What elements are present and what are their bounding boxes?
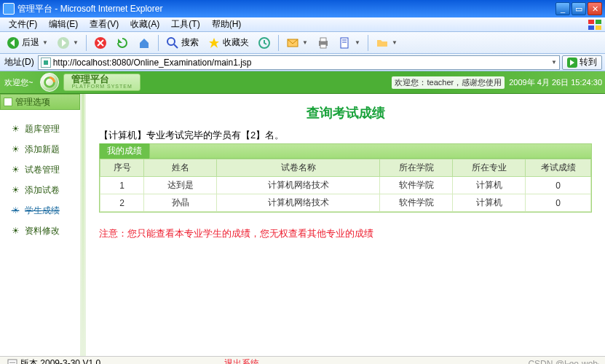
brand-title: 管理平台 — [71, 75, 132, 84]
minimize-button[interactable]: _ — [555, 2, 570, 15]
folder-button[interactable]: ▼ — [372, 34, 401, 52]
svg-rect-19 — [8, 360, 17, 365]
login-msg: 欢迎您：teacher，感谢您使用 — [392, 76, 505, 89]
url-input[interactable] — [53, 58, 548, 68]
header-datetime: 2009年 4月 26日 15:24:30 — [509, 77, 602, 88]
stop-icon — [94, 36, 107, 50]
refresh-icon — [116, 36, 129, 50]
url-box[interactable]: ▼ — [38, 55, 560, 70]
menu-file[interactable]: 文件(F) — [3, 17, 43, 32]
table-row[interactable]: 2孙晶计算机网络技术软件学院计算机0 — [100, 194, 591, 212]
menu-help[interactable]: 帮助(H) — [206, 17, 248, 32]
search-icon — [166, 36, 179, 50]
version-text: 版本 2009-3-30 V1.0 — [20, 357, 100, 364]
col-major: 所在专业 — [453, 159, 526, 177]
page-icon — [41, 58, 51, 68]
results-table: 序号 姓名 试卷名称 所在学院 所在专业 考试成绩 1达到是计算机网络技术软件学… — [100, 159, 591, 212]
history-button[interactable] — [254, 34, 274, 52]
close-button[interactable]: ✕ — [588, 2, 602, 15]
url-dropdown-icon[interactable]: ▼ — [551, 59, 557, 66]
warning-note: 注意：您只能查看本专业学生的成绩，您无权查看其他专业的成绩 — [99, 227, 592, 240]
go-icon — [567, 58, 577, 68]
page-title: 查询考试成绩 — [99, 104, 592, 122]
sidebar-item-question-bank[interactable]: ☀题库管理 — [10, 119, 80, 139]
logout-link[interactable]: 退出系统 — [224, 357, 259, 364]
app-icon — [3, 3, 15, 15]
svg-rect-13 — [320, 44, 326, 48]
print-button[interactable] — [313, 34, 333, 52]
browser-toolbar: 后退▼ ▼ 搜索 收藏夹 ▼ ▼ ▼ — [0, 32, 605, 54]
version-icon — [7, 359, 17, 365]
sun-icon: ☀ — [10, 205, 20, 215]
svg-rect-0 — [588, 20, 594, 24]
edit-icon — [339, 36, 352, 50]
page-header: 欢迎您~ 管理平台 PLATFORM SYSTEM 欢迎您：teacher，感谢… — [0, 71, 605, 94]
svg-rect-1 — [596, 20, 601, 24]
svg-point-7 — [167, 38, 175, 45]
home-button[interactable] — [134, 34, 154, 52]
sidebar-header-icon — [4, 98, 12, 106]
search-button[interactable]: 搜索 — [162, 34, 202, 52]
svg-rect-12 — [320, 38, 326, 41]
sidebar-item-paper-manage[interactable]: ☀试卷管理 — [10, 159, 80, 180]
col-score: 考试成绩 — [526, 159, 591, 177]
brand-badge: 管理平台 PLATFORM SYSTEM — [63, 74, 140, 91]
mail-icon — [286, 36, 299, 50]
window-title: 管理平台 - Microsoft Internet Explorer — [17, 3, 162, 15]
sun-icon: ☀ — [10, 144, 20, 154]
page-footer: 版本 2009-3-30 V1.0 退出系统 CSDN @Lee-web — [0, 356, 605, 364]
sidebar-resize-handle[interactable] — [82, 94, 84, 356]
history-icon — [258, 36, 271, 50]
address-bar: 地址(D) ▼ 转到 — [0, 54, 605, 71]
sidebar-header: 管理选项 — [0, 94, 80, 110]
sidebar-item-student-score[interactable]: ☀学生成绩 — [10, 200, 80, 221]
sidebar: 管理选项 ☀题库管理 ☀添加新题 ☀试卷管理 ☀添加试卷 ☀学生成绩 ☀资料修改 — [0, 94, 86, 356]
sidebar-item-profile-edit[interactable]: ☀资料修改 — [10, 221, 80, 241]
welcome-text: 欢迎您~ — [0, 77, 37, 88]
col-college: 所在学院 — [380, 159, 453, 177]
windows-logo-icon — [588, 19, 602, 31]
sun-icon: ☀ — [10, 226, 20, 236]
refresh-button[interactable] — [112, 34, 133, 52]
menu-edit[interactable]: 编辑(E) — [43, 17, 84, 32]
stop-button[interactable] — [90, 34, 111, 52]
maximize-button[interactable]: ▭ — [572, 2, 586, 15]
menu-favorites[interactable]: 收藏(A) — [124, 17, 165, 32]
sidebar-item-add-paper[interactable]: ☀添加试卷 — [10, 180, 80, 200]
menu-tools[interactable]: 工具(T) — [165, 17, 205, 32]
header-right-info: 欢迎您：teacher，感谢您使用 2009年 4月 26日 15:24:30 — [389, 76, 605, 89]
menu-bar: 文件(F) 编辑(E) 查看(V) 收藏(A) 工具(T) 帮助(H) — [0, 17, 605, 32]
svg-line-8 — [174, 44, 178, 48]
address-label: 地址(D) — [3, 56, 36, 68]
favorites-button[interactable]: 收藏夹 — [204, 34, 253, 52]
menu-view[interactable]: 查看(V) — [84, 17, 124, 32]
sidebar-title: 管理选项 — [15, 96, 50, 108]
brand-subtitle: PLATFORM SYSTEM — [71, 84, 132, 90]
panel-tab[interactable]: 我的成绩 — [100, 143, 150, 159]
svg-rect-2 — [588, 25, 594, 30]
col-paper: 试卷名称 — [217, 159, 380, 177]
back-icon — [7, 36, 20, 50]
home-icon — [138, 36, 151, 50]
col-no: 序号 — [100, 159, 144, 177]
logo-icon — [40, 73, 59, 92]
window-titlebar: 管理平台 - Microsoft Internet Explorer _ ▭ ✕ — [0, 0, 605, 17]
forward-icon — [57, 36, 70, 50]
edit-button[interactable]: ▼ — [335, 34, 364, 52]
svg-rect-3 — [596, 25, 601, 30]
sun-icon: ☀ — [10, 124, 20, 134]
print-icon — [317, 36, 330, 50]
mail-button[interactable]: ▼ — [282, 34, 312, 52]
sun-icon: ☀ — [10, 165, 20, 175]
svg-rect-14 — [341, 38, 348, 48]
table-row[interactable]: 1达到是计算机网络技术软件学院计算机0 — [100, 177, 591, 194]
main-content: 查询考试成绩 【计算机】专业考试完毕的学员有【2】名。 我的成绩 序号 姓名 试… — [86, 94, 605, 356]
sun-icon: ☀ — [10, 185, 20, 195]
forward-button[interactable]: ▼ — [53, 34, 82, 52]
back-button[interactable]: 后退▼ — [3, 34, 52, 52]
go-button[interactable]: 转到 — [562, 55, 602, 70]
summary-text: 【计算机】专业考试完毕的学员有【2】名。 — [99, 129, 592, 142]
col-name: 姓名 — [144, 159, 217, 177]
sidebar-item-add-question[interactable]: ☀添加新题 — [10, 139, 80, 159]
folder-icon — [376, 36, 389, 50]
